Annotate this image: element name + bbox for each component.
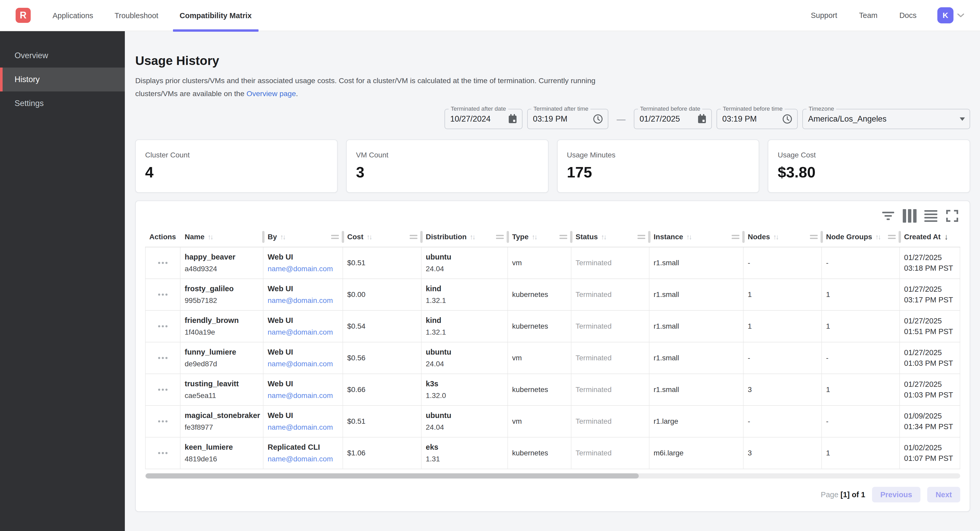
type-cell: kubernetes bbox=[508, 437, 571, 469]
column-header[interactable]: Distribution ↑↓ bbox=[422, 227, 508, 247]
field-value[interactable]: 01/27/2025 bbox=[640, 114, 694, 124]
column-header[interactable]: Node Groups ↑↓ bbox=[822, 227, 900, 247]
sidebar-item[interactable]: Settings bbox=[0, 92, 125, 115]
table-row[interactable]: funny_lumiere de9ed87d Web UI name@domai… bbox=[145, 342, 960, 374]
sidebar-item[interactable]: Overview bbox=[0, 44, 125, 68]
horizontal-scrollbar[interactable] bbox=[145, 473, 960, 479]
column-menu-icon[interactable] bbox=[496, 235, 504, 239]
sort-icon[interactable]: ↑↓ bbox=[208, 233, 213, 241]
row-actions-button[interactable] bbox=[156, 259, 170, 266]
nav-item[interactable]: Compatibility Matrix bbox=[180, 0, 252, 31]
user-email-link[interactable]: name@domain.com bbox=[267, 423, 342, 431]
terminated-before-time-field[interactable]: Terminated before time 03:19 PM bbox=[716, 109, 798, 129]
app-logo[interactable]: R bbox=[16, 8, 31, 23]
column-menu-icon[interactable] bbox=[638, 235, 645, 239]
sort-icon[interactable]: ↑↓ bbox=[601, 233, 606, 241]
column-menu-icon[interactable] bbox=[560, 235, 567, 239]
sort-icon[interactable]: ↑↓ bbox=[366, 233, 371, 241]
sort-desc-icon[interactable]: ↓ bbox=[944, 232, 948, 242]
clock-icon[interactable] bbox=[593, 114, 603, 124]
sort-icon[interactable]: ↑↓ bbox=[875, 233, 880, 241]
sort-icon[interactable]: ↑↓ bbox=[773, 233, 778, 241]
column-menu-icon[interactable] bbox=[810, 235, 818, 239]
column-separator[interactable] bbox=[821, 231, 823, 243]
scrollbar-thumb[interactable] bbox=[146, 473, 639, 479]
column-header[interactable]: By ↑↓ bbox=[264, 227, 343, 247]
row-actions-button[interactable] bbox=[156, 291, 170, 298]
column-menu-icon[interactable] bbox=[732, 235, 740, 239]
column-separator[interactable] bbox=[342, 231, 344, 243]
column-separator[interactable] bbox=[648, 231, 651, 243]
table-row[interactable]: magical_stonebraker fe3f8977 Web UI name… bbox=[145, 406, 960, 437]
sort-icon[interactable]: ↑↓ bbox=[686, 233, 691, 241]
column-separator[interactable] bbox=[899, 231, 901, 243]
table-row[interactable]: frosty_galileo 995b7182 Web UI name@doma… bbox=[145, 279, 960, 311]
row-actions-button[interactable] bbox=[156, 418, 170, 425]
calendar-icon[interactable] bbox=[697, 114, 706, 124]
chevron-down-icon[interactable] bbox=[957, 13, 964, 17]
row-actions-button[interactable] bbox=[156, 323, 170, 330]
filter-icon[interactable] bbox=[881, 209, 895, 223]
user-email-link[interactable]: name@domain.com bbox=[267, 455, 342, 463]
column-separator[interactable] bbox=[420, 231, 423, 243]
column-separator[interactable] bbox=[507, 231, 509, 243]
column-header[interactable]: Created At ↓ bbox=[900, 227, 960, 247]
user-menu[interactable]: K bbox=[937, 7, 964, 24]
timezone-select[interactable]: Timezone America/Los_Angeles bbox=[802, 109, 970, 129]
column-header[interactable]: Name ↑↓ bbox=[180, 227, 264, 247]
nav-item[interactable]: Support bbox=[811, 0, 837, 31]
columns-icon[interactable] bbox=[902, 209, 916, 223]
row-actions-button[interactable] bbox=[156, 386, 170, 393]
column-header[interactable]: Actions bbox=[145, 227, 180, 247]
stat-card: Cluster Count 4 bbox=[135, 139, 337, 193]
user-email-link[interactable]: name@domain.com bbox=[267, 265, 342, 273]
fullscreen-icon[interactable] bbox=[945, 209, 959, 223]
terminated-after-date-field[interactable]: Terminated after date 10/27/2024 bbox=[444, 109, 522, 129]
field-value[interactable]: 03:19 PM bbox=[722, 114, 779, 124]
column-separator[interactable] bbox=[570, 231, 573, 243]
column-menu-icon[interactable] bbox=[331, 235, 339, 239]
calendar-icon[interactable] bbox=[508, 114, 517, 124]
clock-icon[interactable] bbox=[782, 114, 792, 124]
column-menu-icon[interactable] bbox=[888, 235, 896, 239]
column-label: Created At bbox=[904, 233, 941, 241]
table-row[interactable]: friendly_brown 1f40a19e Web UI name@doma… bbox=[145, 311, 960, 342]
terminated-before-date-field[interactable]: Terminated before date 01/27/2025 bbox=[634, 109, 712, 129]
sort-icon[interactable]: ↑↓ bbox=[531, 233, 536, 241]
row-actions-button[interactable] bbox=[156, 449, 170, 457]
nav-item-label: Applications bbox=[52, 11, 93, 20]
field-value[interactable]: 03:19 PM bbox=[533, 114, 590, 124]
row-actions-button[interactable] bbox=[156, 354, 170, 361]
nav-item[interactable]: Applications bbox=[52, 0, 93, 31]
field-value[interactable]: America/Los_Angeles bbox=[808, 114, 956, 124]
density-icon[interactable] bbox=[924, 209, 938, 223]
user-email-link[interactable]: name@domain.com bbox=[267, 296, 342, 305]
nav-item[interactable]: Team bbox=[859, 0, 878, 31]
column-header[interactable]: Nodes ↑↓ bbox=[744, 227, 822, 247]
user-email-link[interactable]: name@domain.com bbox=[267, 392, 342, 400]
previous-button[interactable]: Previous bbox=[872, 487, 921, 502]
overview-page-link[interactable]: Overview page bbox=[247, 89, 296, 98]
next-button[interactable]: Next bbox=[927, 487, 960, 502]
column-header[interactable]: Instance ↑↓ bbox=[649, 227, 744, 247]
nav-item[interactable]: Docs bbox=[899, 0, 916, 31]
column-menu-icon[interactable] bbox=[410, 235, 417, 239]
column-header[interactable]: Cost ↑↓ bbox=[343, 227, 422, 247]
terminated-after-time-field[interactable]: Terminated after time 03:19 PM bbox=[527, 109, 608, 129]
table-row[interactable]: happy_beaver a48d9324 Web UI name@domain… bbox=[145, 247, 960, 279]
sort-icon[interactable]: ↑↓ bbox=[470, 233, 475, 241]
column-separator[interactable] bbox=[742, 231, 745, 243]
sort-icon[interactable]: ↑↓ bbox=[280, 233, 285, 241]
user-email-link[interactable]: name@domain.com bbox=[267, 360, 342, 368]
field-value[interactable]: 10/27/2024 bbox=[450, 114, 505, 124]
column-header[interactable]: Type ↑↓ bbox=[508, 227, 571, 247]
user-email-link[interactable]: name@domain.com bbox=[267, 328, 342, 336]
column-header[interactable]: Status ↑↓ bbox=[571, 227, 649, 247]
caret-down-icon[interactable] bbox=[960, 117, 965, 121]
avatar[interactable]: K bbox=[937, 7, 953, 24]
table-row[interactable]: trusting_leavitt cae5ea11 Web UI name@do… bbox=[145, 374, 960, 406]
column-separator[interactable] bbox=[262, 231, 264, 243]
table-row[interactable]: keen_lumiere 4819de16 Replicated CLI nam… bbox=[145, 437, 960, 469]
sidebar-item[interactable]: History bbox=[0, 68, 125, 92]
nav-item[interactable]: Troubleshoot bbox=[115, 0, 158, 31]
